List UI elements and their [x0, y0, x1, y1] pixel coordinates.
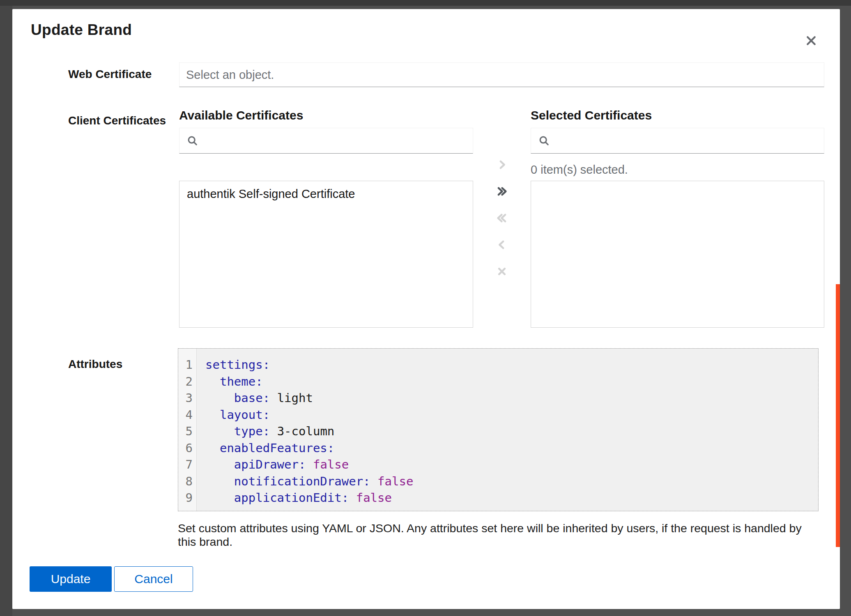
code-line: 1settings:	[178, 356, 818, 373]
cancel-button[interactable]: Cancel	[114, 566, 193, 592]
selected-certificates-search-input[interactable]	[556, 128, 824, 154]
selected-count-status: 0 item(s) selected.	[531, 163, 628, 177]
code-line: 7 apiDrawer: false	[178, 456, 818, 473]
selected-certificates-heading: Selected Certificates	[531, 108, 652, 122]
clear-selection-button[interactable]	[493, 263, 511, 280]
code-line: 6 enabledFeatures:	[178, 440, 818, 457]
code-line: 2 theme:	[178, 373, 818, 390]
update-button[interactable]: Update	[30, 566, 112, 592]
move-selected-to-left-button[interactable]	[493, 236, 511, 253]
angle-right-icon	[496, 159, 508, 171]
code-line: 4 layout:	[178, 407, 818, 423]
attributes-label: Attributes	[68, 358, 122, 371]
transfer-controls	[488, 156, 515, 280]
available-certificates-list: authentik Self-signed Certificate	[179, 181, 473, 328]
move-selected-to-right-button[interactable]	[493, 156, 511, 173]
angle-left-icon	[496, 239, 508, 251]
code-line: 9 applicationEdit: false	[178, 490, 818, 506]
web-certificate-input[interactable]	[179, 62, 824, 87]
modal-title: Update Brand	[31, 21, 132, 39]
update-brand-modal: Update Brand Web Certificate Client Cert…	[12, 9, 840, 609]
selected-certificates-list	[531, 181, 824, 328]
close-button[interactable]	[799, 28, 823, 53]
available-certificates-search	[179, 128, 473, 154]
web-certificate-label: Web Certificate	[68, 68, 152, 81]
angle-double-left-icon	[496, 212, 508, 224]
code-line: 5 type: 3-column	[178, 423, 818, 440]
attributes-help-text: Set custom attributes using YAML or JSON…	[178, 522, 821, 549]
code-line: 3 base: light	[178, 390, 818, 407]
attributes-code-editor[interactable]: 1settings:2 theme:3 base: light4 layout:…	[178, 348, 819, 511]
page-backdrop-top	[0, 0, 851, 6]
angle-double-right-icon	[496, 185, 508, 198]
page-backdrop-left	[0, 6, 12, 616]
move-all-to-right-button[interactable]	[493, 183, 511, 200]
search-icon	[186, 135, 198, 147]
selected-certificates-search	[531, 128, 824, 154]
code-editor-content: 1settings:2 theme:3 base: light4 layout:…	[178, 356, 818, 506]
search-icon	[538, 135, 550, 147]
client-certificates-label: Client Certificates	[68, 114, 166, 127]
times-icon	[496, 265, 508, 278]
code-line: 8 notificationDrawer: false	[178, 473, 818, 490]
close-icon	[805, 34, 817, 47]
available-certificates-heading: Available Certificates	[179, 108, 303, 122]
certificate-item[interactable]: authentik Self-signed Certificate	[179, 181, 473, 207]
move-all-to-left-button[interactable]	[493, 209, 511, 227]
available-certificates-search-input[interactable]	[204, 128, 473, 154]
scrollbar-thumb[interactable]	[836, 284, 840, 547]
